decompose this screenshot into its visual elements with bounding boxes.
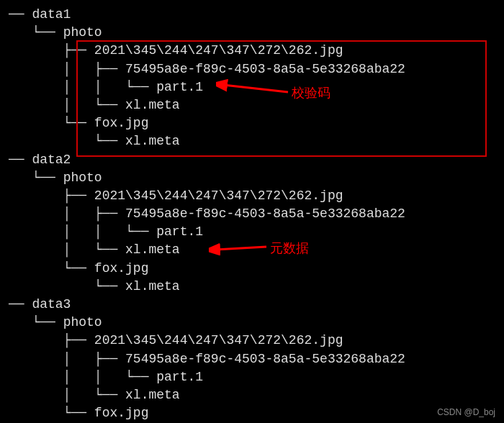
dir-name: photo bbox=[63, 315, 102, 329]
tree-row: │ │ └── part.1 bbox=[9, 78, 504, 96]
tree-row: └── fox.jpg bbox=[9, 114, 504, 132]
tree-row: └── xl.meta bbox=[9, 278, 504, 296]
tree-row: ── data2 bbox=[9, 151, 504, 169]
tree-row: └── fox.jpg bbox=[9, 260, 504, 278]
part-name: part.1 bbox=[156, 80, 203, 94]
tree-row: │ └── xl.meta bbox=[9, 96, 504, 114]
meta-name: xl.meta bbox=[125, 134, 180, 148]
tree-row: └── fox.jpg bbox=[9, 404, 504, 422]
tree-row: │ └── xl.meta bbox=[9, 386, 504, 404]
tree-row: ├── 2021\345\244\247\347\272\262.jpg bbox=[9, 42, 504, 60]
part-name: part.1 bbox=[156, 370, 203, 384]
tree-row: ── data3 bbox=[9, 296, 504, 314]
meta-name: xl.meta bbox=[125, 279, 180, 294]
tree-row: │ │ └── part.1 bbox=[9, 223, 504, 241]
meta-name: xl.meta bbox=[125, 98, 180, 112]
uuid-text: 75495a8e-f89c-4503-8a5a-5e33268aba22 bbox=[125, 62, 405, 76]
tree-row: └── xl.meta bbox=[9, 132, 504, 150]
watermark-text: CSDN @D_boj bbox=[437, 406, 495, 419]
uuid-text: 75495a8e-f89c-4503-8a5a-5e33268aba22 bbox=[125, 206, 405, 221]
tree-row: │ └── xl.meta bbox=[9, 241, 504, 259]
tree-row: └── photo bbox=[9, 314, 504, 332]
file-name: fox.jpg bbox=[94, 116, 149, 130]
tree-row: │ │ └── part.1 bbox=[9, 368, 504, 386]
tree-row: ── data1 bbox=[9, 6, 504, 24]
meta-name: xl.meta bbox=[125, 242, 180, 257]
meta-name: xl.meta bbox=[125, 388, 180, 402]
dir-name: data3 bbox=[32, 297, 71, 311]
file-name: fox.jpg bbox=[94, 406, 149, 420]
terminal-output: ── data1 └── photo ├── 2021\345\244\247\… bbox=[9, 6, 504, 423]
file-name: fox.jpg bbox=[94, 261, 149, 276]
tree-row: ├── 2021\345\244\247\347\272\262.jpg bbox=[9, 332, 504, 350]
tree-row: │ ├── 75495a8e-f89c-4503-8a5a-5e33268aba… bbox=[9, 60, 504, 78]
tree-row: └── photo bbox=[9, 169, 504, 187]
tree-row: │ ├── 75495a8e-f89c-4503-8a5a-5e33268aba… bbox=[9, 350, 504, 368]
tree-row: ├── 2021\345\244\247\347\272\262.jpg bbox=[9, 187, 504, 205]
file-name: 2021\345\244\247\347\272\262.jpg bbox=[94, 333, 343, 347]
dir-name: photo bbox=[63, 25, 102, 40]
file-name: 2021\345\244\247\347\272\262.jpg bbox=[94, 43, 343, 58]
tree-row: └── photo bbox=[9, 24, 504, 42]
file-name: 2021\345\244\247\347\272\262.jpg bbox=[94, 188, 343, 203]
dir-name: data1 bbox=[32, 7, 71, 22]
tree-row: │ ├── 75495a8e-f89c-4503-8a5a-5e33268aba… bbox=[9, 205, 504, 223]
dir-name: photo bbox=[63, 170, 102, 185]
part-name: part.1 bbox=[156, 224, 203, 239]
uuid-text: 75495a8e-f89c-4503-8a5a-5e33268aba22 bbox=[125, 352, 405, 366]
dir-name: data2 bbox=[32, 153, 71, 167]
